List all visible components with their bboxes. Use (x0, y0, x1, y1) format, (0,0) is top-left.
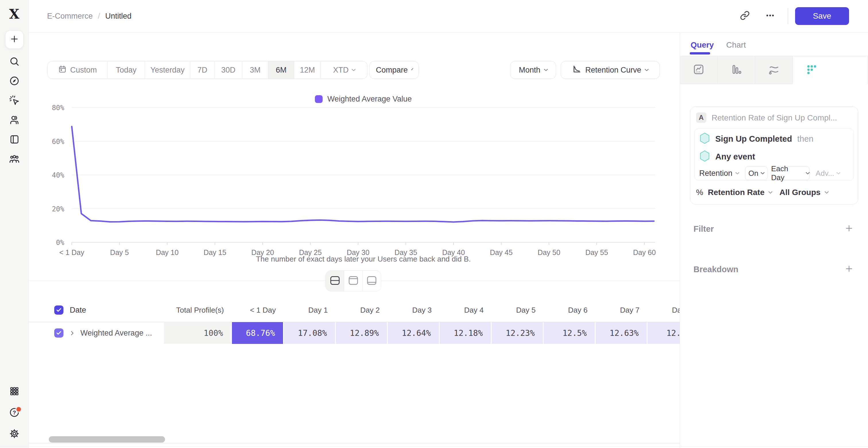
returning-event-row[interactable]: Any event (699, 150, 755, 163)
date-range-label: 7D (197, 66, 208, 75)
more-options-button[interactable] (764, 9, 777, 23)
sidebar-item-events[interactable] (8, 95, 21, 107)
main-content: Custom Today Yesterday 7D 30D 3M 6M 12M … (29, 32, 680, 448)
breadcrumb-current[interactable]: Untitled (105, 12, 132, 21)
query-title[interactable]: Retention Rate of Sign Up Compl... (712, 113, 837, 123)
returning-event-name[interactable]: Any event (715, 152, 755, 162)
table-cell[interactable]: 12.5% (544, 322, 596, 344)
report-tab-insights[interactable] (680, 56, 718, 84)
column-header[interactable]: Day 3 (388, 298, 440, 322)
row-label[interactable]: Weighted Average ... (81, 329, 152, 338)
table-cell[interactable]: 12.18% (440, 322, 492, 344)
interval-dropdown[interactable]: Each Day (771, 166, 809, 180)
table-cell-highlight[interactable]: 68.76% (232, 322, 284, 344)
sidebar-item-cohorts[interactable] (8, 153, 21, 166)
chevron-down-icon (645, 67, 649, 71)
date-range-xtd[interactable]: XTD (321, 61, 367, 78)
column-header[interactable]: < 1 Day (232, 298, 284, 322)
copy-link-button[interactable] (738, 9, 751, 23)
chevron-down-icon (761, 170, 765, 174)
main-bottom-border (29, 443, 680, 443)
date-range-today[interactable]: Today (107, 61, 145, 78)
percent-symbol: % (696, 188, 703, 197)
query-panel: Query Chart (680, 32, 868, 448)
sidebar-item-settings[interactable] (8, 428, 21, 441)
granularity-dropdown[interactable]: Month (510, 61, 556, 79)
svg-text:20%: 20% (52, 205, 65, 213)
view-toggle-chart-only[interactable] (344, 271, 362, 291)
date-range-3m[interactable]: 3M (242, 61, 268, 78)
date-range-12m[interactable]: 12M (294, 61, 321, 78)
add-breakdown-button[interactable] (844, 264, 854, 274)
sidebar-item-apps[interactable] (8, 385, 21, 398)
plus-icon (9, 34, 19, 45)
add-filter-button[interactable] (844, 224, 854, 234)
first-event-row[interactable]: Sign Up Completed then (699, 133, 813, 145)
chart-type-label: Retention Curve (585, 66, 641, 75)
date-range-30d[interactable]: 30D (214, 61, 242, 78)
table-row: Weighted Average ... 100% 68.76% 17.08% … (29, 322, 680, 344)
column-header[interactable]: Day 8 (648, 298, 680, 322)
row-checkbox[interactable] (54, 329, 63, 338)
retention-chart[interactable]: 0%20%40%60%80%< 1 DayDay 5Day 10Day 15Da… (29, 95, 680, 267)
date-range-label: Custom (70, 66, 97, 75)
groups-dropdown[interactable]: All Groups (779, 188, 820, 197)
sidebar-item-users[interactable] (8, 114, 21, 127)
table-cell[interactable]: 17.08% (284, 322, 336, 344)
first-event-name[interactable]: Sign Up Completed (715, 134, 792, 144)
table-cell[interactable]: 12.7% (648, 322, 680, 344)
tab-chart[interactable]: Chart (726, 40, 746, 49)
svg-text:60%: 60% (52, 138, 65, 146)
breadcrumb-parent[interactable]: E-Commerce (47, 12, 93, 21)
column-header[interactable]: Day 1 (284, 298, 336, 322)
link-icon (740, 11, 750, 22)
save-button[interactable]: Save (795, 7, 849, 25)
interval-dropdown-label: Each Day (771, 164, 803, 182)
report-tab-retention[interactable] (793, 56, 830, 84)
mixpanel-logo[interactable]: X (9, 7, 20, 21)
sidebar-item-help[interactable]: ? (8, 407, 21, 419)
table-cell[interactable]: 100% (164, 322, 232, 344)
advanced-dropdown[interactable]: Adv... (816, 169, 840, 178)
calendar-icon (58, 65, 67, 75)
sidebar-item-search[interactable] (8, 56, 21, 68)
tab-query[interactable]: Query (691, 40, 714, 49)
compass-icon (9, 76, 20, 87)
table-cell[interactable]: 12.63% (596, 322, 648, 344)
date-range-group: Custom Today Yesterday 7D 30D 3M 6M 12M … (48, 61, 367, 79)
select-all-checkbox[interactable] (54, 306, 63, 315)
report-tab-flows[interactable] (755, 56, 793, 84)
table-cell[interactable]: 12.64% (388, 322, 440, 344)
on-dropdown[interactable]: On (745, 166, 768, 180)
report-tab-funnels[interactable] (718, 56, 755, 84)
horizontal-scrollbar[interactable] (49, 436, 165, 443)
chart-type-dropdown[interactable]: Retention Curve (561, 61, 660, 79)
table-cell[interactable]: 12.89% (336, 322, 388, 344)
chart-caption: The number of exact days later your User… (48, 255, 679, 264)
column-header[interactable]: Day 2 (336, 298, 388, 322)
retention-dropdown[interactable]: Retention (699, 169, 739, 178)
sidebar-item-boards[interactable] (8, 134, 21, 146)
table-cell[interactable]: 12.23% (492, 322, 544, 344)
date-range-custom[interactable]: Custom (48, 61, 107, 78)
date-range-6m[interactable]: 6M (268, 61, 294, 78)
create-new-button[interactable] (5, 30, 24, 49)
page-bottom-border (0, 446, 868, 447)
date-header-label[interactable]: Date (70, 306, 86, 315)
column-header[interactable]: Day 5 (492, 298, 544, 322)
column-header[interactable]: Day 6 (544, 298, 596, 322)
date-range-7d[interactable]: 7D (190, 61, 214, 78)
view-toggle-table-only[interactable] (363, 271, 381, 291)
sidebar-item-explore[interactable] (8, 75, 21, 88)
date-range-yesterday[interactable]: Yesterday (145, 61, 190, 78)
column-header[interactable]: Day 4 (440, 298, 492, 322)
plus-icon (844, 264, 854, 273)
measure-dropdown[interactable]: Retention Rate (708, 188, 765, 197)
chevron-down-icon (351, 67, 355, 71)
column-header[interactable]: Day 7 (596, 298, 648, 322)
column-header[interactable]: Total Profile(s) (164, 298, 232, 322)
compare-button[interactable]: Compare (369, 61, 419, 79)
search-icon (9, 56, 20, 68)
expand-row-icon[interactable] (69, 331, 74, 335)
view-toggle-split[interactable] (326, 271, 344, 291)
